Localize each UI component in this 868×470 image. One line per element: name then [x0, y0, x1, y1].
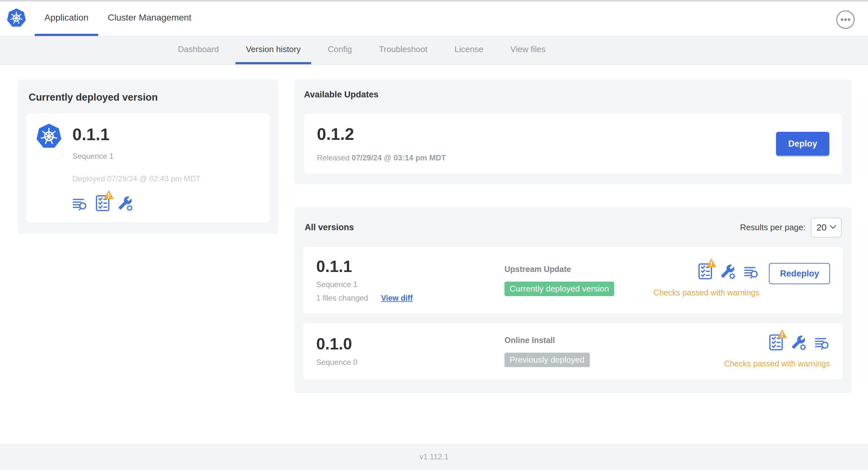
tab-application[interactable]: Application: [35, 2, 98, 36]
tab-troubleshoot-label: Troubleshoot: [379, 44, 428, 54]
files-changed-text: 1 files changed: [316, 294, 368, 303]
view-diff-link[interactable]: View diff: [381, 294, 412, 303]
tab-version-history[interactable]: Version history: [236, 36, 311, 64]
deployment-status-badge: Previously deployed: [504, 352, 590, 367]
tab-version-history-label: Version history: [246, 44, 301, 54]
ellipsis-icon: [836, 25, 855, 30]
version-info: 0.1.1 Sequence 1 1 files changed View di…: [316, 258, 504, 303]
update-released-at: Released 07/29/24 @ 03:14 pm MDT: [317, 153, 446, 162]
app-subnav: Dashboard Version history Config Trouble…: [0, 36, 868, 65]
update-version-number: 0.1.2: [317, 125, 446, 143]
tab-cluster-management[interactable]: Cluster Management: [98, 2, 201, 36]
tab-license[interactable]: License: [444, 36, 494, 64]
config-icon[interactable]: [720, 264, 736, 280]
preflight-checks-icon[interactable]: [698, 263, 712, 280]
main-content: Currently deployed version 0.1.1 Sequenc…: [0, 65, 868, 444]
overflow-menu-button[interactable]: [836, 10, 855, 29]
chevron-down-icon: [829, 225, 836, 231]
results-per-page: Results per page: 20: [740, 217, 842, 238]
all-versions-title: All versions: [305, 223, 354, 232]
version-source: Upstream Update Currently deployed versi…: [504, 265, 653, 296]
release-notes-icon[interactable]: [72, 197, 88, 211]
current-version-sequence: Sequence 1: [72, 152, 200, 161]
deployed-prefix: Deployed: [72, 174, 105, 183]
checks-status: Checks passed with warnings: [653, 288, 759, 297]
current-version-actions: [72, 195, 200, 211]
tab-config[interactable]: Config: [317, 36, 362, 64]
version-info: 0.1.0 Sequence 0: [316, 336, 504, 367]
version-action-icons: [698, 263, 759, 280]
all-versions-header: All versions Results per page: 20: [303, 217, 843, 238]
deployment-status-badge: Currently deployed version: [504, 281, 614, 296]
all-versions-panel: All versions Results per page: 20: [294, 207, 852, 393]
current-version-details: 0.1.1 Sequence 1 Deployed 07/29/24 @ 02:…: [72, 123, 200, 211]
version-sequence: Sequence 1: [316, 280, 504, 289]
files-changed-line: 1 files changed View diff: [316, 294, 504, 303]
tab-cluster-management-label: Cluster Management: [108, 12, 191, 23]
deployed-timestamp: 07/29/24 @ 02:43 pm MDT: [107, 174, 200, 183]
source-label: Upstream Update: [504, 265, 653, 274]
version-sequence: Sequence 0: [316, 358, 504, 367]
version-actions: Checks passed with warnings Redeploy: [653, 263, 830, 297]
version-row-0-1-1: 0.1.1 Sequence 1 1 files changed View di…: [303, 247, 843, 314]
checks-status: Checks passed with warnings: [724, 359, 830, 368]
update-details: 0.1.2 Released 07/29/24 @ 03:14 pm MDT: [317, 125, 446, 162]
header-tabs: Application Cluster Management: [35, 2, 201, 36]
app-footer: v1.112.1: [0, 444, 868, 470]
config-icon[interactable]: [117, 196, 133, 211]
released-prefix: Released: [317, 153, 349, 162]
config-icon[interactable]: [791, 335, 807, 351]
results-per-page-label: Results per page:: [740, 223, 806, 232]
tab-application-label: Application: [44, 12, 89, 23]
kubernetes-logo: [6, 8, 26, 28]
preflight-checks-icon[interactable]: [96, 195, 110, 211]
redeploy-button[interactable]: Redeploy: [769, 263, 830, 284]
version-action-icons: [769, 334, 830, 351]
app-icon-kubernetes: [36, 123, 62, 149]
checks-column: Checks passed with warnings: [724, 334, 830, 368]
console-version: v1.112.1: [420, 452, 448, 461]
tab-license-label: License: [455, 44, 484, 54]
results-per-page-select[interactable]: 20: [811, 217, 842, 238]
release-notes-icon[interactable]: [744, 266, 759, 280]
version-row-0-1-0: 0.1.0 Sequence 0 Online Install Previous…: [303, 323, 843, 379]
tab-view-files[interactable]: View files: [500, 36, 556, 64]
currently-deployed-card: 0.1.1 Sequence 1 Deployed 07/29/24 @ 02:…: [27, 113, 269, 223]
deploy-button[interactable]: Deploy: [776, 132, 829, 156]
app-header: Application Cluster Management: [0, 2, 868, 36]
currently-deployed-title: Currently deployed version: [29, 92, 269, 103]
checks-column: Checks passed with warnings: [653, 263, 759, 297]
admin-console-page: Application Cluster Management Dashboard…: [0, 0, 868, 470]
release-notes-icon[interactable]: [815, 337, 830, 351]
tab-troubleshoot[interactable]: Troubleshoot: [369, 36, 438, 64]
warning-triangle-icon: [706, 258, 717, 268]
version-actions: Checks passed with warnings: [724, 334, 830, 368]
version-number: 0.1.0: [316, 336, 504, 352]
currently-deployed-panel: Currently deployed version 0.1.1 Sequenc…: [18, 79, 278, 234]
released-timestamp: 07/29/24 @ 03:14 pm MDT: [352, 153, 446, 162]
available-update-card: 0.1.2 Released 07/29/24 @ 03:14 pm MDT D…: [304, 114, 842, 174]
preflight-checks-icon[interactable]: [769, 334, 783, 351]
results-per-page-value: 20: [816, 223, 827, 233]
warning-triangle-icon: [103, 190, 114, 200]
version-source: Online Install Previously deployed: [504, 336, 724, 367]
current-version-number: 0.1.1: [72, 126, 200, 143]
source-label: Online Install: [504, 336, 724, 345]
right-column: Available Updates 0.1.2 Released 07/29/2…: [294, 79, 852, 444]
available-updates-title: Available Updates: [304, 90, 842, 100]
available-updates-panel: Available Updates 0.1.2 Released 07/29/2…: [294, 79, 852, 184]
tab-view-files-label: View files: [510, 44, 545, 54]
tab-dashboard-label: Dashboard: [178, 44, 219, 54]
tab-dashboard[interactable]: Dashboard: [167, 36, 229, 64]
tab-config-label: Config: [328, 44, 352, 54]
version-number: 0.1.1: [316, 258, 504, 275]
current-version-deployed-at: Deployed 07/29/24 @ 02:43 pm MDT: [72, 174, 200, 183]
warning-triangle-icon: [777, 329, 787, 339]
